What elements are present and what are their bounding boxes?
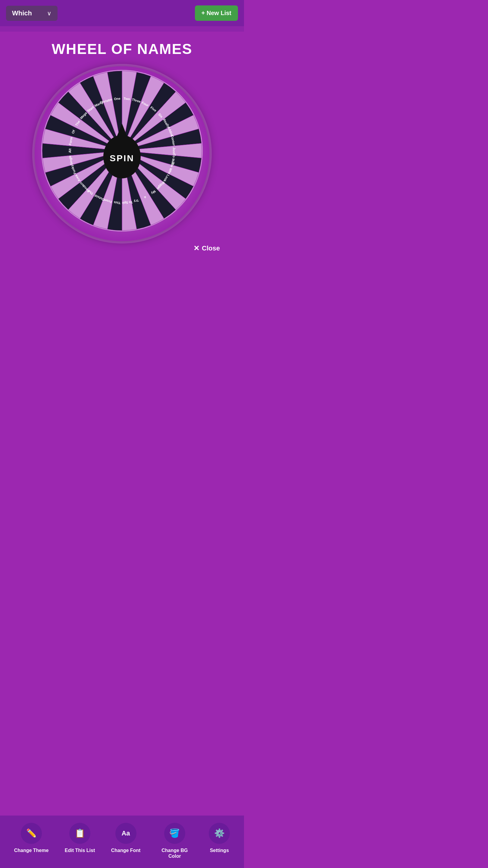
wheel-svg[interactable]: TwoThreeFourFiveSixReallyAddingContentJu… bbox=[38, 66, 206, 235]
page-title: WHEEL OF NAMES bbox=[52, 41, 192, 57]
chevron-down-icon: ∨ bbox=[47, 10, 52, 17]
close-section: ✕ Close bbox=[6, 244, 238, 253]
wheel-container[interactable]: TwoThreeFourFiveSixReallyAddingContentJu… bbox=[38, 66, 206, 235]
svg-text:Alt: Alt bbox=[68, 148, 72, 153]
close-button[interactable]: ✕ Close bbox=[193, 244, 220, 253]
list-name: Which bbox=[12, 9, 32, 17]
wheel-outer: TwoThreeFourFiveSixReallyAddingContentJu… bbox=[35, 66, 209, 241]
close-x-icon: ✕ bbox=[193, 244, 199, 253]
svg-text:One: One bbox=[114, 96, 121, 101]
svg-text:Two: Two bbox=[124, 96, 130, 101]
close-label: Close bbox=[202, 244, 220, 252]
svg-text:This: This bbox=[113, 201, 121, 205]
main-content: WHEEL OF NAMES TwoThreeFourFiveSixReally… bbox=[0, 32, 244, 271]
separator-bar bbox=[0, 26, 244, 32]
spin-text: SPIN bbox=[110, 153, 134, 163]
header: Which ∨ + New List bbox=[0, 0, 244, 26]
new-list-button[interactable]: + New List bbox=[195, 5, 238, 21]
svg-text:Just: Just bbox=[172, 147, 176, 154]
list-dropdown[interactable]: Which ∨ bbox=[6, 6, 58, 21]
